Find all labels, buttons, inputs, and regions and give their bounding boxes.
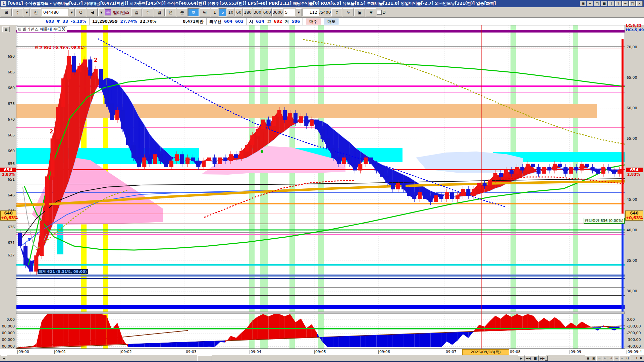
current-price-badge-right: 654 bbox=[626, 168, 643, 172]
hc-label: HC:-5,49 bbox=[626, 28, 644, 32]
scrollbar-thumb[interactable] bbox=[197, 355, 212, 361]
axis-tick-label: -300,00 bbox=[627, 338, 641, 342]
axis-tick-label: -400,00 bbox=[627, 344, 641, 349]
axis-tick-label: 30,00 bbox=[627, 289, 637, 293]
tool-icon-2[interactable]: ▣ bbox=[591, 355, 597, 361]
axis-tick-label: 55,00 bbox=[627, 136, 637, 141]
axis-tick-label: 651 bbox=[8, 177, 15, 182]
axis-tick-label: 646 bbox=[8, 193, 15, 197]
axis-tick-label: 656 bbox=[8, 162, 15, 166]
indicator-bullet-icon bbox=[18, 28, 21, 31]
axis-tick-label: 0,00 bbox=[7, 317, 15, 322]
auto-scale-icon[interactable]: A bbox=[639, 355, 643, 361]
tool-icon-1[interactable]: ▣ bbox=[585, 355, 591, 361]
zoom-in-icon[interactable]: + bbox=[635, 355, 639, 361]
axis-tick-label: 60,00 bbox=[627, 106, 637, 110]
stop-icon[interactable]: ■ bbox=[532, 355, 539, 361]
axis-tick-label: 627 bbox=[8, 253, 15, 257]
axis-tick-label: 631 bbox=[8, 241, 15, 245]
tool-marker-2b: 2 bbox=[50, 129, 53, 135]
time-tick-label: 09:03 bbox=[185, 350, 197, 354]
time-tick-label: 09:00 bbox=[17, 350, 29, 354]
axis-tick-label: 00,000 bbox=[2, 324, 15, 328]
indicator-label-text: 빌리언스 매물대 수(13) bbox=[22, 26, 65, 32]
axis-tick-label: 636 bbox=[8, 225, 15, 229]
grid-view-icon[interactable]: ▦ bbox=[2, 26, 10, 32]
axis-tick-label: -200,00 bbox=[627, 331, 641, 335]
tool-icon-4[interactable]: ⊢ bbox=[602, 355, 608, 361]
time-tick-label: 09:09 bbox=[570, 350, 581, 354]
time-tick-label: 09:02 bbox=[120, 350, 132, 354]
scroll-left-icon[interactable]: ◀ bbox=[1, 355, 7, 361]
lc-label: LC:5,31 bbox=[626, 23, 642, 28]
axis-tick-label: 00,000 bbox=[2, 338, 15, 342]
axis-tick-label: 685 bbox=[8, 70, 15, 74]
day-high-annotation: 최고 692 (-5.49%, 09:01) bbox=[35, 45, 85, 50]
time-tick-label: 09:04 bbox=[250, 350, 261, 354]
time-axis: 09:0009:0109:0209:0309:0409:0509:0609:07… bbox=[0, 349, 644, 355]
ref-price-badge-right: 640 +0,63% bbox=[625, 210, 643, 221]
axis-tick-label: 670 bbox=[8, 117, 15, 122]
time-tick-label: 09:09:4 bbox=[627, 350, 642, 354]
axis-tick-label: 690 bbox=[8, 54, 15, 59]
rewind-icon[interactable]: ◀◀ bbox=[525, 355, 532, 361]
bottom-scrollbar: ◀ ▶ ◀◀ ■ ▶▶ ▣ ▣ ≈ ⊢ ⊣ ∿ ∿ Q − + A bbox=[0, 355, 644, 361]
zoom-out-icon[interactable]: − bbox=[630, 355, 634, 361]
axis-tick-label: 35,00 bbox=[627, 258, 637, 263]
tool-icon-6[interactable]: ∿ bbox=[613, 355, 620, 361]
day-low-annotation: 최저 621 (5.31%, 09:00) bbox=[38, 269, 88, 274]
tool-icon-7[interactable]: ∿ bbox=[619, 355, 625, 361]
axis-tick-label: 70,00 bbox=[627, 45, 637, 49]
axis-tick-label: -100,00 bbox=[627, 324, 641, 328]
tool-icon-3[interactable]: ≈ bbox=[596, 355, 602, 361]
time-tick-label: 09:06 bbox=[378, 350, 390, 354]
ref-price-badge-left: 640 +0,63% bbox=[0, 210, 16, 221]
time-tick-label: 09:07 bbox=[445, 350, 457, 354]
axis-tick-label: 675 bbox=[8, 102, 15, 106]
left-price-axis: 6906856806756706656606566516466416366316… bbox=[0, 25, 16, 349]
crosshair-date-label: 2025/09/18(목) 09:07:35 bbox=[462, 349, 509, 355]
current-price-badge-left: 654 bbox=[0, 168, 16, 172]
axis-tick-label: 65,00 bbox=[627, 75, 637, 80]
slider-knob[interactable] bbox=[545, 356, 548, 361]
axis-tick-label: 40,00 bbox=[627, 228, 637, 232]
axis-tick-label: 660 bbox=[8, 149, 15, 153]
prev-close-annotation: 전일종가 636 (0.00%) bbox=[584, 218, 625, 224]
tool-marker-2a: 2 bbox=[94, 57, 97, 63]
magnifier-icon[interactable]: Q bbox=[625, 355, 630, 361]
axis-tick-label: 665 bbox=[8, 133, 15, 137]
axis-tick-label: 680 bbox=[8, 86, 15, 90]
time-tick-label: 09:01 bbox=[54, 350, 66, 354]
axis-tick-label: 00,000 bbox=[2, 331, 15, 335]
right-percent-axis: 70,0065,0060,0055,0050,0045,0040,0035,00… bbox=[625, 25, 644, 349]
current-pct-left: 2,83% bbox=[2, 172, 15, 177]
current-pct-right: 2,83% bbox=[627, 172, 640, 177]
axis-tick-label: 00,000 bbox=[2, 344, 15, 349]
time-tick-label: 09:05 bbox=[314, 350, 326, 354]
indicator-label[interactable]: 빌리언스 매물대 수(13) bbox=[17, 26, 67, 32]
time-tick-label: 09:08 bbox=[509, 350, 521, 354]
play-icon[interactable]: ▶ bbox=[518, 355, 525, 361]
axis-tick-label: 0,00 bbox=[627, 317, 635, 322]
speed-slider[interactable] bbox=[546, 357, 583, 359]
app-window: { "title_bar": { "app_icon": "1", "title… bbox=[0, 0, 644, 362]
tool-icon-5[interactable]: ⊣ bbox=[608, 355, 614, 361]
axis-tick-label: 45,00 bbox=[627, 197, 637, 202]
price-chart-canvas[interactable] bbox=[0, 0, 644, 362]
